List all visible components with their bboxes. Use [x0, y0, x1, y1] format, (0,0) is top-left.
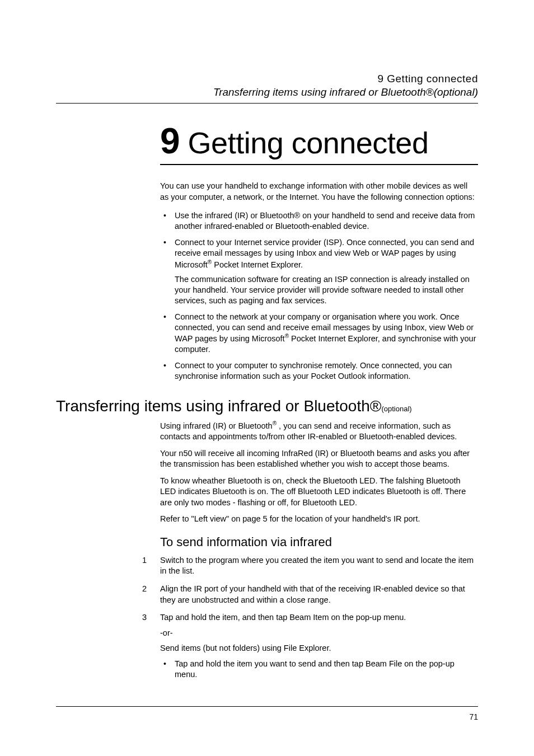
list-item: Connect to the network at your company o…: [160, 312, 478, 355]
nested-bullet-list: Tap and hold the item you want to send a…: [160, 659, 478, 680]
header-chapter-label: 9 Getting connected: [56, 73, 478, 85]
list-item-text-post: Pocket Internet Explorer.: [212, 260, 303, 269]
body-paragraph: Your n50 will receive all incoming Infra…: [160, 448, 478, 470]
list-item: Connect to your computer to synchronise …: [160, 360, 478, 382]
step-text: Switch to the program where you created …: [160, 556, 474, 576]
registered-symbol: ®: [285, 333, 289, 339]
connection-options-list: Use the infrared (IR) or Bluetooth® on y…: [160, 210, 478, 381]
header-section-label: Transferring items using infrared or Blu…: [56, 86, 478, 98]
page-number: 71: [469, 712, 478, 721]
footer-divider: [56, 706, 478, 707]
chapter-title-text: Getting connected: [188, 126, 429, 159]
chapter-title-divider: [160, 164, 478, 165]
list-item-sub-paragraph: The communication software for creating …: [175, 274, 478, 306]
step-number: 1: [142, 555, 147, 566]
step-item: 2 Align the IR port of your handheld wit…: [146, 584, 478, 605]
chapter-number: 9: [160, 121, 180, 161]
list-item-text: Use the infrared (IR) or Bluetooth® on y…: [175, 211, 475, 231]
step-number: 2: [142, 584, 147, 595]
list-item-text: Connect to your computer to synchronise …: [175, 361, 452, 381]
body-paragraph: Refer to "Left view" on page 5 for the l…: [160, 514, 478, 525]
nested-item-text: Tap and hold the item you want to send a…: [175, 659, 455, 679]
chapter-title: 9 Getting connected: [56, 120, 478, 162]
intro-paragraph: You can use your handheld to exchange in…: [160, 181, 478, 203]
section-heading: Transferring items using infrared or Blu…: [56, 397, 478, 415]
step-item: 1 Switch to the program where you create…: [146, 555, 478, 577]
step-number: 3: [142, 612, 147, 623]
section-heading-optional: (optional): [381, 405, 411, 413]
nested-list-item: Tap and hold the item you want to send a…: [160, 659, 478, 680]
body-text-pre: Using infrared (IR) or Bluetooth: [160, 421, 273, 430]
section-heading-text: Transferring items using infrared or Blu…: [56, 397, 381, 415]
step-text: Tap and hold the item, and then tap Beam…: [160, 613, 406, 622]
steps-list: 1 Switch to the program where you create…: [146, 555, 478, 680]
body-paragraph: To know wheather Bluetooth is on, check …: [160, 476, 478, 509]
list-item: Connect to your Internet service provide…: [160, 237, 478, 306]
page-header: 9 Getting connected Transferring items u…: [56, 73, 478, 98]
registered-symbol: ®: [273, 420, 277, 426]
step-sub-text: Send items (but not folders) using File …: [160, 643, 478, 654]
list-item: Use the infrared (IR) or Bluetooth® on y…: [160, 210, 478, 232]
step-text: Align the IR port of your handheld with …: [160, 584, 465, 604]
step-or-text: -or-: [160, 628, 478, 639]
sub-heading: To send information via infrared: [160, 535, 478, 550]
step-item: 3 Tap and hold the item, and then tap Be…: [146, 612, 478, 679]
body-paragraph: Using infrared (IR) or Bluetooth® , you …: [160, 420, 478, 443]
header-divider: [56, 103, 478, 104]
